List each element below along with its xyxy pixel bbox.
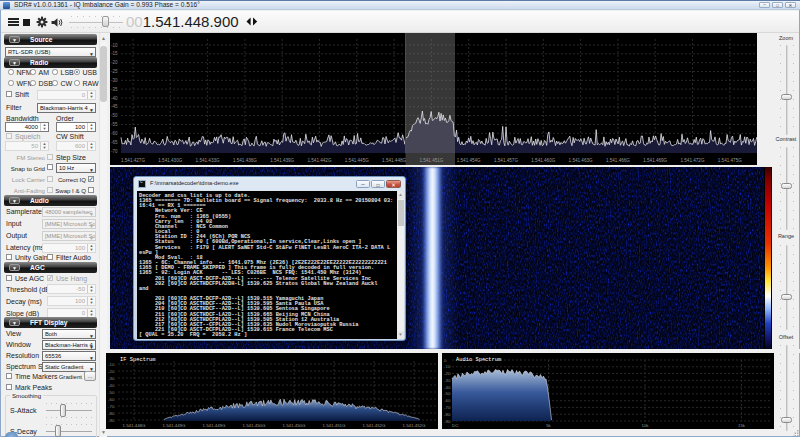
svg-text:1.541.460G: 1.541.460G — [531, 158, 555, 163]
svg-text:-70: -70 — [108, 404, 115, 409]
svg-text:-50: -50 — [111, 113, 118, 118]
svg-text:1.541.448G: 1.541.448G — [123, 423, 147, 428]
svg-text:-55: -55 — [111, 122, 118, 127]
svg-text:1.541.463G: 1.541.463G — [569, 158, 593, 163]
svg-text:1.541.469G: 1.541.469G — [643, 158, 667, 163]
svg-text:-30: -30 — [444, 378, 451, 383]
svg-text:1.541.472G: 1.541.472G — [680, 158, 704, 163]
svg-text:1.541.445G: 1.541.445G — [345, 158, 369, 163]
svg-text:-60: -60 — [108, 397, 115, 402]
svg-text:1.541.427G: 1.541.427G — [121, 158, 145, 163]
svg-text:-10: -10 — [111, 43, 118, 48]
svg-text:-10: -10 — [444, 364, 451, 369]
svg-text:-70: -70 — [444, 405, 451, 410]
svg-text:Audio Spectrum: Audio Spectrum — [456, 357, 501, 363]
svg-text:-70: -70 — [111, 149, 118, 154]
svg-text:IF Spectrum: IF Spectrum — [120, 357, 156, 363]
svg-text:-50: -50 — [444, 391, 451, 396]
svg-text:-90: -90 — [444, 419, 451, 424]
svg-text:-30: -30 — [108, 376, 115, 381]
svg-text:1.541.451G: 1.541.451G — [419, 158, 443, 163]
svg-text:1.541.433G: 1.541.433G — [196, 158, 220, 163]
svg-text:1.541.450G: 1.541.450G — [243, 423, 267, 428]
svg-text:1.541.452G: 1.541.452G — [363, 423, 387, 428]
svg-text:1.541.430G: 1.541.430G — [158, 158, 182, 163]
svg-text:-80: -80 — [444, 412, 451, 417]
svg-text:15k: 15k — [738, 423, 746, 428]
svg-text:-25: -25 — [111, 69, 118, 74]
svg-text:1.541.442G: 1.541.442G — [307, 158, 331, 163]
svg-text:-15: -15 — [111, 51, 118, 56]
svg-text:-45: -45 — [111, 104, 118, 109]
svg-text:1.541.439G: 1.541.439G — [270, 158, 294, 163]
svg-text:-60: -60 — [444, 398, 451, 403]
svg-text:-20: -20 — [444, 371, 451, 376]
svg-text:0: 0 — [444, 358, 447, 363]
svg-text:-10: -10 — [108, 362, 115, 367]
svg-text:-30: -30 — [111, 78, 118, 83]
svg-text:-50: -50 — [108, 390, 115, 395]
svg-text:-20: -20 — [108, 369, 115, 374]
svg-text:-40: -40 — [111, 96, 118, 101]
svg-text:-20: -20 — [111, 60, 118, 65]
svg-text:5k: 5k — [546, 423, 551, 428]
svg-text:-35: -35 — [111, 87, 118, 92]
svg-text:1.541.454G: 1.541.454G — [457, 158, 481, 163]
svg-text:1.541.449G: 1.541.449G — [203, 423, 227, 428]
svg-text:DC: DC — [452, 423, 458, 428]
svg-text:1.541.475G: 1.541.475G — [718, 158, 742, 163]
svg-text:-40: -40 — [444, 385, 451, 390]
svg-text:10k: 10k — [641, 423, 649, 428]
svg-text:1.541.451G: 1.541.451G — [323, 423, 347, 428]
svg-text:-80: -80 — [108, 411, 115, 416]
svg-text:1.541.449G: 1.541.449G — [163, 423, 187, 428]
svg-text:-65: -65 — [111, 140, 118, 145]
svg-text:1.541.448G: 1.541.448G — [382, 158, 406, 163]
svg-text:-90: -90 — [108, 418, 115, 423]
svg-text:1.541.436G: 1.541.436G — [233, 158, 257, 163]
svg-text:1.541.466G: 1.541.466G — [606, 158, 630, 163]
svg-text:1.541.452G: 1.541.452G — [403, 423, 427, 428]
svg-text:-40: -40 — [108, 383, 115, 388]
svg-text:1.541.450G: 1.541.450G — [283, 423, 307, 428]
svg-text:1.541.457G: 1.541.457G — [494, 158, 518, 163]
svg-text:-60: -60 — [111, 131, 118, 136]
